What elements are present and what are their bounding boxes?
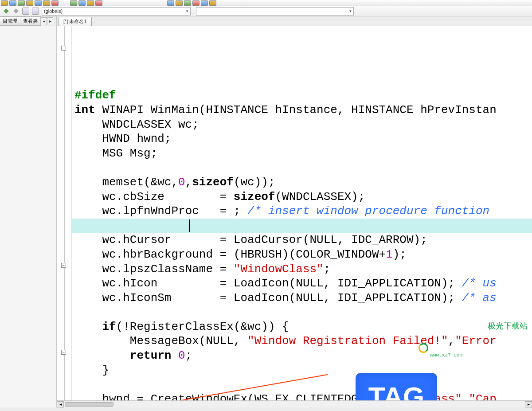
nav-fwd-icon[interactable] xyxy=(32,8,39,15)
toolbar-icon[interactable] xyxy=(43,0,50,6)
code-editor[interactable]: − − − #ifdef int WINAPI WinMain(HINSTANC… xyxy=(57,26,532,400)
symbol-combobox[interactable]: ▾ xyxy=(196,7,354,16)
toolbar-row-2: (globals) ▾ ▾ xyxy=(0,6,532,16)
scroll-left-icon[interactable]: ◂ xyxy=(57,401,64,407)
fold-toggle-icon[interactable]: − xyxy=(61,46,66,51)
tab-nav-prev[interactable]: ◂ xyxy=(41,17,47,25)
toolbar-icon[interactable] xyxy=(51,0,59,6)
toolbar-icon[interactable] xyxy=(70,0,77,6)
toolbar-icon[interactable] xyxy=(176,0,183,6)
current-line-highlight xyxy=(72,219,532,233)
fold-gutter[interactable]: − − − xyxy=(57,26,72,400)
toolbar-row-1 xyxy=(0,0,532,6)
toolbar-icon[interactable] xyxy=(184,0,191,6)
toolbar-icon[interactable] xyxy=(9,0,16,6)
toolbar-icon[interactable] xyxy=(201,0,208,6)
chevron-down-icon: ▾ xyxy=(349,9,352,13)
scope-combobox[interactable]: (globals) ▾ xyxy=(42,7,191,16)
chevron-down-icon: ▾ xyxy=(186,9,188,13)
toolbar-icon[interactable] xyxy=(26,0,33,6)
sidebar-tab-classview[interactable]: 查看类 xyxy=(20,16,41,26)
file-tab-active[interactable]: [*] 未命名1 xyxy=(59,17,92,26)
fold-toggle-icon[interactable]: − xyxy=(61,350,66,355)
toolbar-icon[interactable] xyxy=(87,0,94,6)
toolbar-icon[interactable] xyxy=(95,0,102,6)
toolbar-icon[interactable] xyxy=(78,0,86,6)
sidebar-tab-project[interactable]: 目管理 xyxy=(0,16,20,26)
nav-back-icon[interactable] xyxy=(22,8,29,15)
code-area[interactable]: #ifdef int WINAPI WinMain(HINSTANCE hIns… xyxy=(72,26,532,400)
toolbar-icon[interactable] xyxy=(167,0,174,6)
toolbar-icon[interactable] xyxy=(192,0,200,6)
marker-icon[interactable] xyxy=(4,8,8,13)
toolbar-icon[interactable] xyxy=(35,0,42,6)
tab-nav-next[interactable]: ▸ xyxy=(47,17,53,25)
toolbar-icon[interactable] xyxy=(209,0,216,6)
scrollbar-thumb[interactable] xyxy=(65,402,113,407)
text-caret xyxy=(189,219,190,232)
file-tab-bar: [*] 未命名1 xyxy=(57,16,532,26)
horizontal-scrollbar[interactable]: ◂ ▸ xyxy=(57,400,532,407)
toolbar-icon[interactable] xyxy=(18,0,25,6)
scope-label: (globals) xyxy=(44,8,63,14)
marker-icon[interactable] xyxy=(13,8,18,13)
sidebar: 目管理 查看类 ◂ ▸ xyxy=(0,16,57,407)
scroll-right-icon[interactable]: ▸ xyxy=(525,401,532,407)
fold-toggle-icon[interactable]: − xyxy=(61,263,66,268)
toolbar-icon[interactable] xyxy=(1,0,8,6)
